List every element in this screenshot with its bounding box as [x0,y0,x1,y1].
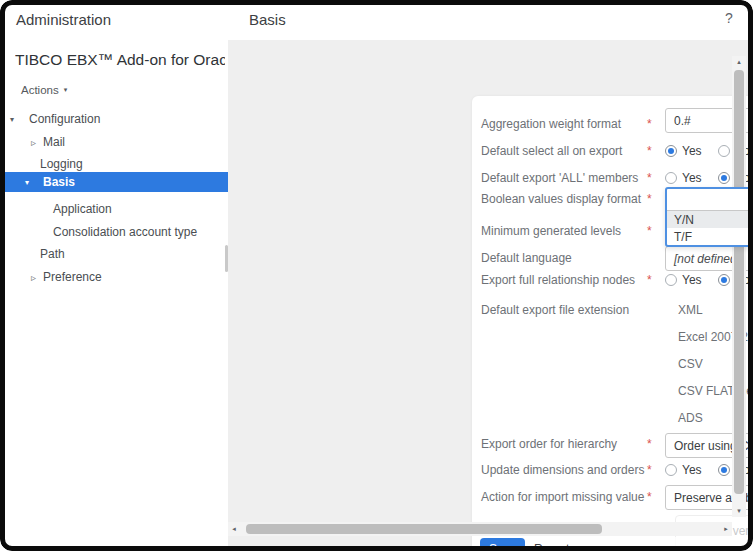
field-label: Update dimensions and orders [481,463,644,477]
required-asterisk: * [647,463,652,477]
sub-field-label: XML [678,303,703,317]
workspace: Aggregation weight format * 0.# Default … [228,40,753,551]
tree-expanded-icon[interactable]: ▾ [25,178,29,187]
combo-dropdown-list: Y/N T/F [667,210,753,245]
sub-field-label: CSV [678,357,703,371]
scroll-right-icon[interactable]: ▸ [720,522,732,536]
sidebar-item-configuration[interactable]: ▾ Configuration [0,109,228,129]
combo-input[interactable] [667,189,753,210]
field-label: Action for import missing value [481,490,644,504]
field-label: Default export 'ALL' members [481,171,638,185]
actions-label: Actions [21,84,59,96]
sidebar-item-label: Logging [40,157,83,171]
vertical-scrollbar-thumb[interactable] [734,70,744,494]
page-title: Basis [249,11,286,28]
tree-collapsed-icon[interactable]: ▹ [31,137,36,148]
radio-selected-icon[interactable] [718,464,730,476]
scroll-up-icon[interactable]: ▴ [732,56,746,68]
sidebar-item-preference[interactable]: ▹ Preference [0,267,228,287]
sidebar-item-label: Application [53,202,112,216]
radio-unselected-icon[interactable] [665,464,677,476]
radio-unselected-icon[interactable] [718,145,730,157]
help-icon[interactable]: ? [725,10,733,26]
form-action-bar: Save Revert [472,537,753,551]
radio-yes[interactable]: Yes [665,171,702,185]
app-window: Administration TIBCO EBX™ Add-on for Ora… [0,0,753,551]
field-label: Default language [481,251,572,265]
scroll-left-icon[interactable]: ◂ [228,522,240,536]
required-asterisk: * [647,171,652,185]
combo-option-yn[interactable]: Y/N [667,211,753,228]
tree-expanded-icon[interactable]: ▾ [10,115,14,124]
field-label: Minimum generated levels [481,224,621,238]
radio-selected-icon[interactable] [665,145,677,157]
radio-selected-icon[interactable] [718,274,730,286]
radio-yes[interactable]: Yes [665,144,702,158]
sidebar-item-basis[interactable]: ▾ Basis [0,172,228,192]
sidebar-item-label: Basis [43,175,75,189]
sidebar-item-consolidation-account-type[interactable]: Consolidation account type [0,222,228,242]
required-asterisk: * [647,273,652,287]
sidebar-item-path[interactable]: Path [0,244,228,264]
horizontal-scrollbar[interactable]: ◂ ▸ [228,522,732,536]
combo-option-tf[interactable]: T/F [667,228,753,245]
app-title: TIBCO EBX™ Add-on for Oracle [15,51,225,69]
field-label: Boolean values display format [481,192,641,206]
save-button[interactable]: Save [480,538,525,551]
radio-unselected-icon[interactable] [665,274,677,286]
field-label: Aggregation weight format [481,117,621,131]
sub-field-label: ADS [678,411,703,425]
sidebar-item-application[interactable]: Application [0,199,228,219]
required-asterisk: * [647,192,652,206]
form-panel: Aggregation weight format * 0.# Default … [472,96,753,551]
boolean-values-display-format-combo: ▾ Y/N T/F [665,187,753,247]
sidebar-title: Administration [16,11,111,28]
required-asterisk: * [647,117,652,131]
sidebar: Administration TIBCO EBX™ Add-on for Ora… [0,0,228,551]
sidebar-item-label: Preference [43,270,102,284]
sidebar-item-label: Path [40,247,65,261]
field-label: Default export file extension [481,303,629,317]
revert-button[interactable]: Revert [534,542,569,551]
required-asterisk: * [647,490,652,504]
required-asterisk: * [647,144,652,158]
radio-yes[interactable]: Yes [665,273,702,287]
horizontal-scrollbar-thumb[interactable] [246,524,602,534]
sidebar-item-label: Consolidation account type [53,225,197,239]
actions-menu-button[interactable]: Actions ▾ [21,84,67,96]
radio-unselected-icon[interactable] [665,172,677,184]
scroll-down-icon[interactable]: ▾ [732,505,746,517]
field-label: Export full relationship nodes [481,273,635,287]
sidebar-item-label: Configuration [29,112,100,126]
radio-yes[interactable]: Yes [665,463,702,477]
vertical-scrollbar[interactable]: ▴ ▾ [732,56,746,517]
sidebar-item-mail[interactable]: ▹ Mail [0,132,228,152]
required-asterisk: * [647,224,652,238]
tree-collapsed-icon[interactable]: ▹ [31,272,36,283]
chevron-down-icon: ▾ [64,86,68,94]
radio-selected-icon[interactable] [718,172,730,184]
sidebar-item-logging[interactable]: Logging [0,154,228,174]
required-asterisk: * [647,437,652,451]
sidebar-item-label: Mail [43,135,65,149]
field-label: Export order for hierarchy [481,437,617,451]
field-label: Default select all on export [481,144,622,158]
